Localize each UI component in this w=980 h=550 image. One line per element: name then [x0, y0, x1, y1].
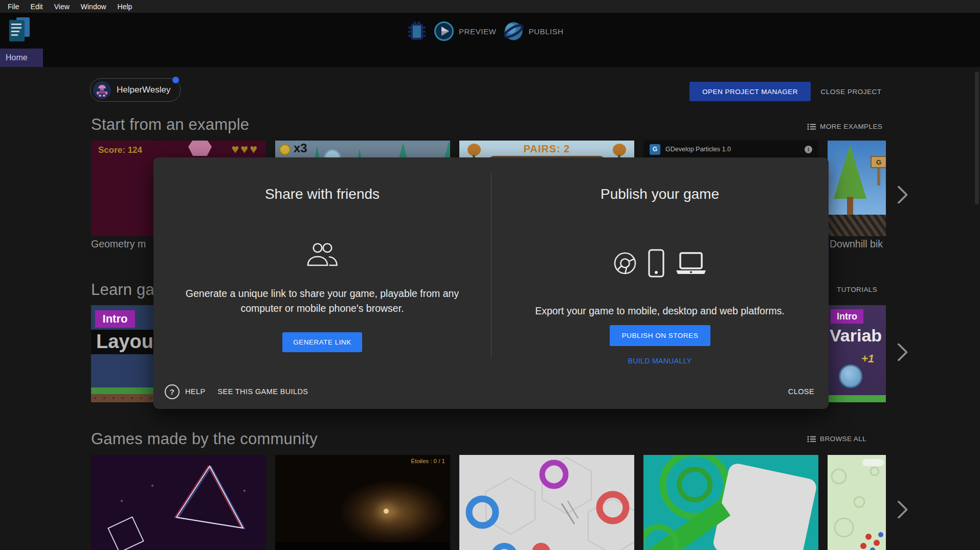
notification-dot [172, 77, 179, 83]
page-front-shape [9, 20, 25, 41]
grass-shape [828, 395, 886, 402]
publish-title: Publish your game [491, 186, 829, 202]
community-card-row: Étoiles : 0 / 1 [91, 455, 886, 550]
community-card-bubbles[interactable] [828, 455, 886, 550]
tutorials-label: TUTORIALS [837, 286, 877, 293]
publish-label: PUBLISH [528, 27, 563, 36]
sign-shape: G [871, 156, 886, 168]
fish-shape [467, 144, 481, 156]
intro-badge: Intro [95, 310, 135, 328]
avatar [93, 81, 111, 99]
gdevelop-logo-icon: G [650, 144, 660, 155]
generate-link-button[interactable]: GENERATE LINK [282, 332, 362, 352]
preview-button[interactable]: PREVIEW [434, 21, 496, 41]
scrollbar-thumb[interactable] [975, 72, 979, 204]
publish-on-stores-button[interactable]: PUBLISH ON STORES [610, 325, 710, 346]
learn-card-word: Variab [830, 326, 882, 346]
more-examples-button[interactable]: MORE EXAMPLES [807, 123, 882, 130]
info-icon[interactable]: i [805, 146, 812, 153]
pentagon-shape [188, 141, 212, 156]
stars-hud-text: Étoiles : 0 / 1 [411, 458, 445, 464]
build-manually-link[interactable]: BUILD MANUALLY [491, 357, 829, 365]
dialog-footer: ? HELP SEE THIS GAME BUILDS CLOSE [165, 382, 814, 401]
chrome-icon [613, 251, 637, 276]
example-card-label: Downhill bik [830, 238, 883, 250]
project-manager-icon[interactable] [9, 17, 31, 42]
line-shape [11, 27, 21, 29]
hexagon-rings-art [459, 455, 634, 550]
people-icon [153, 241, 491, 267]
light-shape [384, 509, 389, 514]
toolbar-center: PREVIEW PUBLISH [407, 20, 564, 42]
learn-card-variables[interactable]: Intro Variab +1 [828, 305, 886, 402]
community-card-night[interactable]: Étoiles : 0 / 1 [275, 455, 450, 550]
line-shape [11, 34, 18, 36]
line-shape [11, 24, 21, 25]
line-shape [11, 31, 19, 32]
ground-shape [828, 215, 886, 236]
preview-label: PREVIEW [459, 27, 496, 36]
username: HelperWesley [117, 85, 171, 95]
sign-post-shape [877, 168, 880, 186]
share-description: Generate a unique link to share your gam… [169, 286, 476, 316]
tab-home-label: Home [6, 53, 28, 62]
bubbles-art [828, 455, 886, 550]
share-title: Share with friends [153, 186, 491, 202]
platform-icons [491, 248, 829, 278]
score-text: Score: 124 [98, 145, 142, 155]
publish-description: Export your game to mobile, desktop and … [506, 304, 813, 318]
fish-shape [613, 144, 626, 156]
menu-view[interactable]: View [49, 3, 75, 11]
user-profile-chip[interactable]: HelperWesley [90, 78, 181, 102]
see-game-builds-button[interactable]: SEE THIS GAME BUILDS [217, 387, 308, 396]
publish-column: Publish your game [491, 157, 829, 409]
help-button[interactable]: HELP [185, 387, 205, 396]
coin-icon [279, 144, 291, 155]
community-section-title: Games made by the community [91, 430, 318, 448]
share-dialog: Share with friends Generate a unique lin… [153, 157, 829, 409]
examples-section-title: Start from an example [91, 116, 249, 134]
tutorials-button[interactable]: TUTORIALS [837, 286, 877, 293]
help-icon[interactable]: ? [165, 384, 180, 399]
particles-header: G GDevelop Particles 1.0 i [643, 141, 818, 158]
publish-button[interactable]: PUBLISH [503, 21, 563, 41]
tree-shape [834, 145, 866, 199]
coin-count: x3 [294, 141, 307, 155]
teal-abstract-art [643, 455, 818, 550]
community-card-shapes[interactable] [91, 455, 266, 550]
toolbar: PREVIEW PUBLISH [0, 13, 980, 67]
open-project-manager-button[interactable]: OPEN PROJECT MANAGER [689, 82, 811, 101]
globe-icon [503, 21, 524, 41]
ground-shape [275, 542, 450, 550]
browse-all-label: BROWSE ALL [820, 435, 866, 443]
debug-icon[interactable] [407, 20, 427, 42]
menu-file[interactable]: File [2, 3, 25, 11]
list-icon [807, 436, 816, 443]
hearts-icon: ♥♥♥ [231, 142, 259, 156]
browse-all-button[interactable]: BROWSE ALL [807, 435, 866, 443]
laptop-icon [675, 251, 707, 275]
gdevelop-window: File Edit View Window Help [0, 0, 980, 550]
example-card-downhill[interactable]: G [828, 141, 886, 236]
tab-home[interactable]: Home [0, 49, 43, 67]
community-card-teal[interactable] [643, 455, 818, 550]
creature-shape [839, 364, 862, 388]
learn-section-title: Learn ga [91, 281, 154, 299]
example-card-label: Geometry m [91, 238, 146, 250]
share-column: Share with friends Generate a unique lin… [153, 157, 491, 409]
neon-shapes-art [91, 455, 266, 550]
close-project-button[interactable]: CLOSE PROJECT [817, 82, 885, 101]
menu-edit[interactable]: Edit [25, 3, 49, 11]
particles-title: GDevelop Particles 1.0 [665, 146, 731, 153]
play-icon [434, 21, 454, 41]
list-icon [807, 123, 816, 130]
more-examples-label: MORE EXAMPLES [820, 123, 882, 130]
bonus-text: +1 [861, 352, 874, 365]
community-card-hexagons[interactable] [459, 455, 634, 550]
menu-help[interactable]: Help [112, 3, 138, 11]
menu-bar: File Edit View Window Help [0, 0, 980, 13]
close-dialog-button[interactable]: CLOSE [788, 387, 814, 396]
intro-badge: Intro [831, 309, 863, 324]
menu-window[interactable]: Window [75, 3, 112, 11]
smartphone-icon [648, 248, 665, 278]
